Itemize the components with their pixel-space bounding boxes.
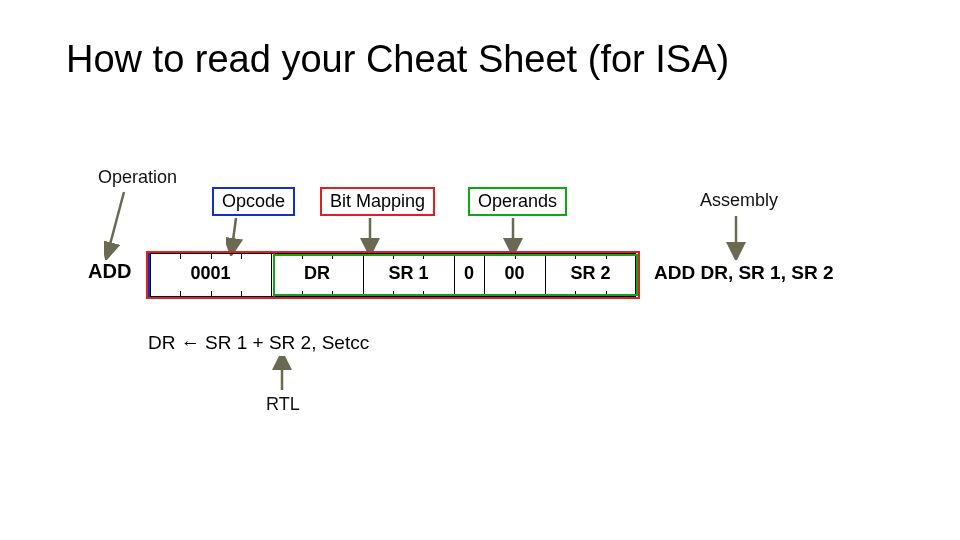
- arrow-operands: [503, 216, 523, 256]
- label-operands: Operands: [478, 191, 557, 211]
- arrow-opcode: [226, 216, 246, 256]
- svg-line-1: [232, 218, 236, 248]
- field-opcode: 0001: [150, 263, 271, 284]
- label-rtl: RTL: [266, 394, 300, 415]
- arrow-assembly: [726, 214, 746, 260]
- label-operands-box: Operands: [468, 187, 567, 216]
- arrow-operation: [104, 190, 134, 260]
- field-sr2: SR 2: [545, 263, 636, 284]
- label-operation: Operation: [98, 167, 177, 188]
- label-assembly: Assembly: [700, 190, 778, 211]
- svg-line-0: [108, 192, 124, 252]
- label-bitmapping-box: Bit Mapping: [320, 187, 435, 216]
- label-opcode-box: Opcode: [212, 187, 295, 216]
- label-bitmapping: Bit Mapping: [330, 191, 425, 211]
- assembly-text: ADD DR, SR 1, SR 2: [654, 262, 833, 284]
- page-title: How to read your Cheat Sheet (for ISA): [66, 38, 729, 81]
- field-zeros: 00: [484, 263, 545, 284]
- mnemonic: ADD: [88, 260, 131, 283]
- field-sr1: SR 1: [363, 263, 454, 284]
- arrow-rtl: [272, 356, 292, 394]
- rtl-expression: DR ← SR 1 + SR 2, Setcc: [148, 332, 369, 354]
- arrow-bitmapping: [360, 216, 380, 256]
- field-dr: DR: [271, 263, 363, 284]
- label-opcode: Opcode: [222, 191, 285, 211]
- field-mode: 0: [454, 263, 484, 284]
